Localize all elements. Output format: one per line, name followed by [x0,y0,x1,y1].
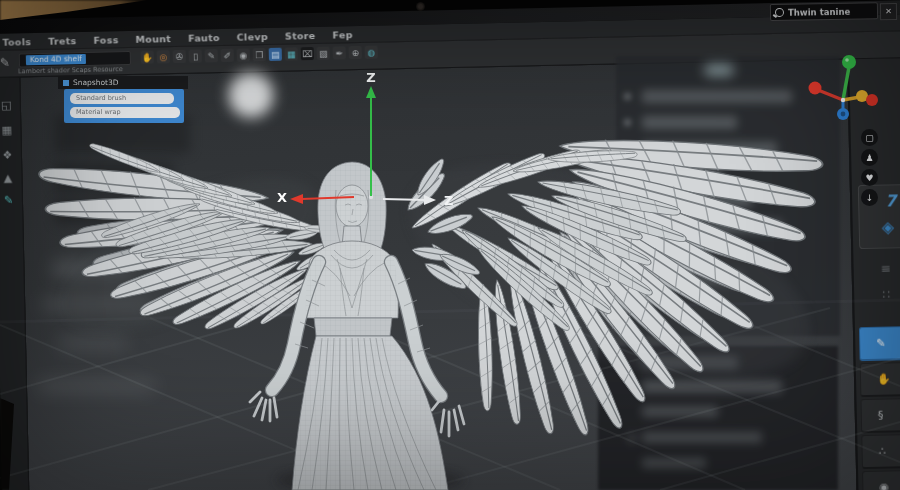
viewport-scene: Z X Z [0,0,900,490]
search-bar: Thwin tanine ✕ [770,2,897,22]
download-button[interactable]: ↓ [861,189,878,206]
search-text: Thwin tanine [788,6,850,17]
svg-text:Z: Z [444,193,453,208]
panel-icon [63,80,69,86]
panel-selection: Standard brush Material wrap [64,89,184,123]
panel-header[interactable]: Snapshot3D [58,76,188,89]
close-button[interactable]: ✕ [880,3,897,20]
axis-ball-red2[interactable] [866,94,878,106]
frame-button[interactable]: ▢ [861,129,878,146]
viewport-tool-panel: Snapshot3D Standard brush Material wrap [58,76,188,123]
panel-title: Snapshot3D [73,78,119,87]
panel-option[interactable]: Standard brush [70,93,174,104]
figure-button[interactable]: ♟ [861,149,878,166]
nav-axis-gizmo[interactable] [809,55,879,120]
svg-text:X: X [277,190,287,205]
svg-text:Z: Z [366,70,375,85]
viewport-float-buttons: ▢ ♟ ♥ ↓ [861,129,878,209]
search-input[interactable]: Thwin tanine [770,2,878,21]
axis-ball-red[interactable] [809,82,822,95]
axis-ball-green[interactable] [842,55,856,69]
photo-of-monitor: Tools Trets Foss Mount Fauto Clevp Store… [0,0,900,490]
panel-option[interactable]: Material wrap [70,107,180,118]
search-icon [775,8,784,17]
favorite-button[interactable]: ♥ [861,169,878,186]
